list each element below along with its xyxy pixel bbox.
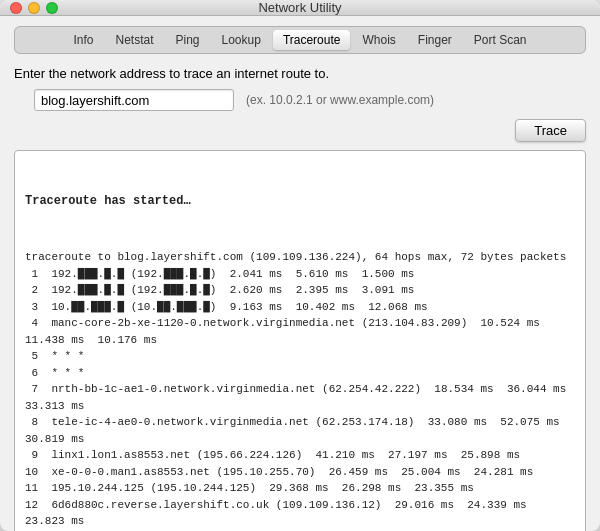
main-content: Info Netstat Ping Lookup Traceroute Whoi… — [0, 16, 600, 531]
tab-info[interactable]: Info — [63, 30, 103, 50]
tab-ping[interactable]: Ping — [165, 30, 209, 50]
window-controls — [10, 2, 58, 14]
tab-portscan[interactable]: Port Scan — [464, 30, 537, 50]
tab-finger[interactable]: Finger — [408, 30, 462, 50]
tab-netstat[interactable]: Netstat — [105, 30, 163, 50]
tab-whois[interactable]: Whois — [352, 30, 405, 50]
hint-text: (ex. 10.0.2.1 or www.example.com) — [246, 93, 434, 107]
close-button[interactable] — [10, 2, 22, 14]
output-area: Traceroute has started… traceroute to bl… — [14, 150, 586, 531]
window-title: Network Utility — [258, 0, 341, 15]
title-bar: Network Utility — [0, 0, 600, 16]
tab-bar: Info Netstat Ping Lookup Traceroute Whoi… — [14, 26, 586, 54]
trace-button-row: Trace — [14, 119, 586, 142]
maximize-button[interactable] — [46, 2, 58, 14]
output-body: traceroute to blog.layershift.com (109.1… — [25, 249, 575, 531]
input-row: (ex. 10.0.2.1 or www.example.com) — [34, 89, 586, 111]
main-window: Network Utility Info Netstat Ping Lookup… — [0, 0, 600, 531]
instruction-text: Enter the network address to trace an in… — [14, 66, 586, 81]
tab-traceroute[interactable]: Traceroute — [273, 30, 351, 50]
minimize-button[interactable] — [28, 2, 40, 14]
tab-lookup[interactable]: Lookup — [212, 30, 271, 50]
trace-button[interactable]: Trace — [515, 119, 586, 142]
address-input[interactable] — [34, 89, 234, 111]
output-title: Traceroute has started… — [25, 192, 575, 210]
